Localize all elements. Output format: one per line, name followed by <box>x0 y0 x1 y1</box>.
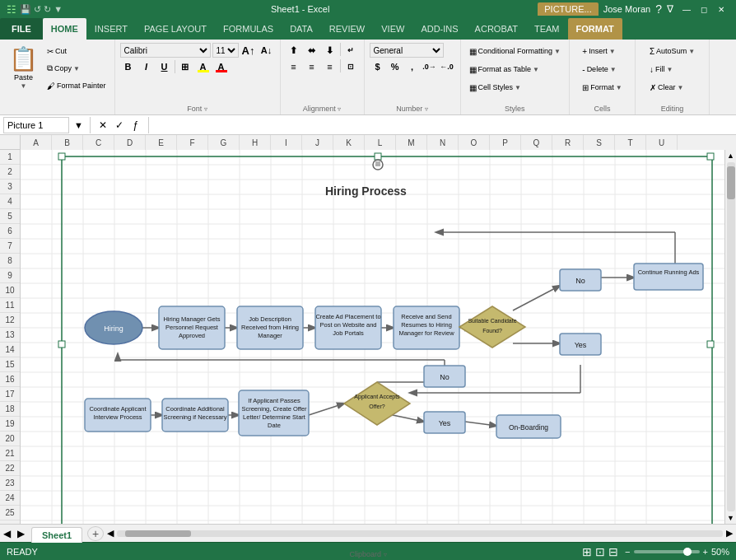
col-header-B[interactable]: B <box>52 135 83 150</box>
cell-styles-button[interactable]: ▦ Cell Styles ▼ <box>466 79 524 96</box>
col-header-C[interactable]: C <box>83 135 114 150</box>
font-size-select[interactable]: 11 <box>212 43 239 58</box>
col-header-F[interactable]: F <box>177 135 208 150</box>
tab-data[interactable]: DATA <box>282 18 321 40</box>
col-header-I[interactable]: I <box>271 135 302 150</box>
tab-insert[interactable]: INSERT <box>86 18 136 40</box>
sheet-right-button[interactable]: ▶ <box>14 528 28 539</box>
minimize-button[interactable]: — <box>678 2 695 16</box>
row-header-6[interactable]: 6 <box>0 224 20 239</box>
underline-button[interactable]: U <box>156 59 173 74</box>
col-header-M[interactable]: M <box>396 135 427 150</box>
row-header-16[interactable]: 16 <box>0 372 20 387</box>
col-header-P[interactable]: P <box>490 135 521 150</box>
col-header-K[interactable]: K <box>333 135 365 150</box>
row-header-5[interactable]: 5 <box>0 209 20 224</box>
col-header-L[interactable]: L <box>365 135 396 150</box>
number-format-select[interactable]: General <box>370 43 444 58</box>
col-header-D[interactable]: D <box>114 135 146 150</box>
row-header-11[interactable]: 11 <box>0 298 20 313</box>
clear-button[interactable]: ✗ Clear ▼ <box>646 79 687 96</box>
zoom-slider[interactable] <box>634 550 700 553</box>
row-header-25[interactable]: 25 <box>0 506 20 520</box>
row-header-4[interactable]: 4 <box>0 194 20 209</box>
scroll-down-button[interactable]: ▼ <box>725 512 737 524</box>
col-header-R[interactable]: R <box>552 135 584 150</box>
font-color-button[interactable]: A <box>213 59 230 74</box>
col-header-A[interactable]: A <box>21 135 52 150</box>
increase-decimal-button[interactable]: .0→ <box>422 59 438 74</box>
row-header-21[interactable]: 21 <box>0 446 20 461</box>
row-header-20[interactable]: 20 <box>0 432 20 446</box>
row-header-8[interactable]: 8 <box>0 254 20 268</box>
zoom-thumb[interactable] <box>683 548 692 556</box>
format-button[interactable]: ⊞ Format ▼ <box>579 79 625 96</box>
col-header-E[interactable]: E <box>146 135 177 150</box>
increase-font-button[interactable]: A↑ <box>240 43 257 58</box>
h-scroll-prev[interactable]: ◀ <box>107 528 114 539</box>
fill-button[interactable]: ↓ Fill ▼ <box>646 61 676 77</box>
help-icon[interactable]: ? <box>655 2 662 16</box>
tab-acrobat[interactable]: ACROBAT <box>467 18 526 40</box>
row-header-3[interactable]: 3 <box>0 180 20 194</box>
col-header-N[interactable]: N <box>427 135 459 150</box>
row-header-12[interactable]: 12 <box>0 313 20 328</box>
insert-function-icon[interactable]: ƒ <box>128 118 143 133</box>
v-scroll-track[interactable] <box>727 162 735 511</box>
currency-button[interactable]: $ <box>370 59 386 74</box>
italic-button[interactable]: I <box>138 59 155 74</box>
bold-button[interactable]: B <box>120 59 137 74</box>
cut-button[interactable]: ✂Cut <box>44 43 109 59</box>
close-button[interactable]: ✕ <box>713 2 729 16</box>
row-header-1[interactable]: 1 <box>0 150 20 165</box>
col-header-O[interactable]: O <box>459 135 490 150</box>
copy-button[interactable]: ⧉Copy▼ <box>44 60 109 77</box>
row-header-9[interactable]: 9 <box>0 268 20 283</box>
align-top-button[interactable]: ⬆ <box>286 43 302 58</box>
align-left-button[interactable]: ≡ <box>286 59 302 74</box>
paste-dropdown[interactable]: ▼ <box>21 82 27 90</box>
sum-button[interactable]: Σ AutoSum ▼ <box>646 43 698 59</box>
col-header-H[interactable]: H <box>240 135 271 150</box>
tab-review[interactable]: REVIEW <box>321 18 373 40</box>
conditional-formatting-button[interactable]: ▦ Conditional Formatting ▼ <box>466 43 564 59</box>
h-scroll-thumb[interactable] <box>125 530 191 537</box>
sheet-left-button[interactable]: ◀ <box>0 528 14 539</box>
delete-button[interactable]: - Delete ▼ <box>579 61 619 77</box>
wrap-text-button[interactable]: ↵ <box>342 43 359 58</box>
h-scroll-track[interactable] <box>117 530 723 537</box>
align-right-button[interactable]: ≡ <box>322 59 338 74</box>
format-as-table-button[interactable]: ▦ Format as Table ▼ <box>466 61 543 77</box>
insert-button[interactable]: + Insert ▼ <box>579 43 618 59</box>
fill-color-button[interactable]: A <box>195 59 212 74</box>
scroll-up-button[interactable]: ▲ <box>725 150 737 161</box>
v-scroll-thumb[interactable] <box>727 166 735 199</box>
tab-team[interactable]: TEAM <box>526 18 568 40</box>
col-header-Q[interactable]: Q <box>521 135 552 150</box>
col-header-S[interactable]: S <box>584 135 615 150</box>
row-header-10[interactable]: 10 <box>0 283 20 298</box>
row-header-14[interactable]: 14 <box>0 343 20 357</box>
row-header-18[interactable]: 18 <box>0 402 20 417</box>
font-name-select[interactable]: Calibri <box>120 43 211 58</box>
restore-button[interactable]: ◻ <box>696 2 712 16</box>
name-box-dropdown[interactable]: ▼ <box>72 120 85 130</box>
align-center-button[interactable]: ≡ <box>304 59 320 74</box>
row-header-23[interactable]: 23 <box>0 476 20 491</box>
cancel-formula-icon[interactable]: ✕ <box>95 118 110 133</box>
h-scroll-next[interactable]: ▶ <box>726 528 733 539</box>
tab-formulas[interactable]: FORMULAS <box>215 18 282 40</box>
new-sheet-button[interactable]: + <box>87 526 104 541</box>
row-header-19[interactable]: 19 <box>0 417 20 432</box>
col-header-T[interactable]: T <box>615 135 646 150</box>
align-bottom-button[interactable]: ⬇ <box>322 43 338 58</box>
percent-button[interactable]: % <box>387 59 403 74</box>
format-painter-button[interactable]: 🖌Format Painter <box>44 77 109 94</box>
tab-page-layout[interactable]: PAGE LAYOUT <box>136 18 215 40</box>
comma-button[interactable]: , <box>404 59 421 74</box>
row-header-7[interactable]: 7 <box>0 239 20 254</box>
decrease-decimal-button[interactable]: ←.0 <box>439 59 455 74</box>
row-header-17[interactable]: 17 <box>0 387 20 402</box>
ribbon-toggle-icon[interactable]: ∇ <box>667 3 673 15</box>
merge-button[interactable]: ⊡ <box>342 59 359 74</box>
